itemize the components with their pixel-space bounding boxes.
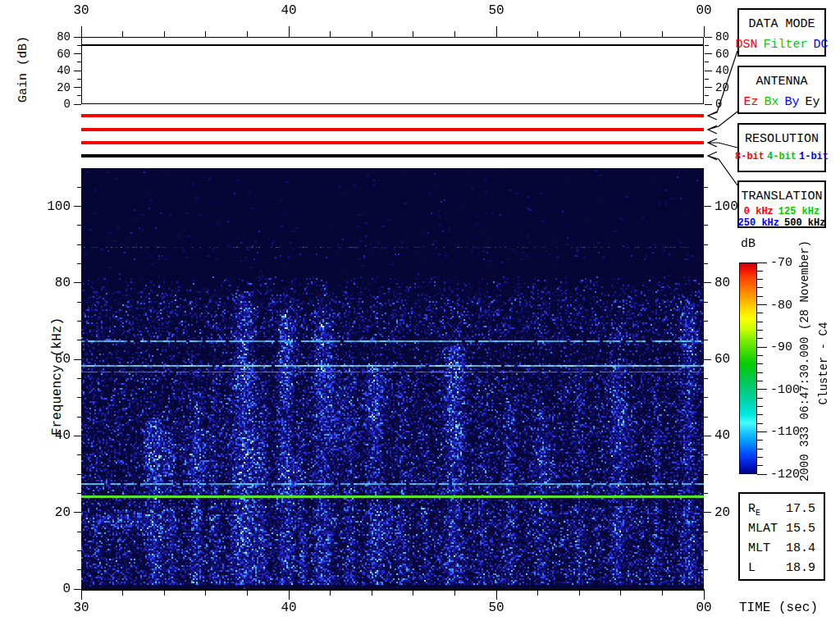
axis-tick <box>757 330 763 331</box>
axis-tick <box>74 359 81 360</box>
antenna-title: ANTENNA <box>739 75 824 89</box>
timestamp-vertical-label: 2000 333 06:47:30.000 (28 November) <box>798 238 811 484</box>
axis-tick <box>74 589 81 590</box>
axis-tick <box>77 187 81 188</box>
axis-tick <box>164 31 165 37</box>
axis-tick <box>757 465 763 466</box>
time-tick-label-bottom: 40 <box>276 600 302 615</box>
time-axis-title: TIME (sec) <box>739 600 818 615</box>
axis-tick <box>705 79 709 80</box>
axis-tick <box>704 244 708 245</box>
axis-tick <box>247 590 248 596</box>
axis-tick <box>620 31 621 37</box>
axis-tick <box>77 378 81 379</box>
axis-tick <box>81 590 82 600</box>
time-axis-line <box>81 589 705 591</box>
axis-tick <box>537 590 538 596</box>
freq-tick-label-left: 20 <box>41 505 71 520</box>
time-tick-label-bottom: 00 <box>691 600 717 615</box>
axis-tick <box>757 347 767 348</box>
axis-tick <box>372 31 372 37</box>
axis-tick <box>164 590 165 596</box>
ephemeris-row-re: RE 17.5 <box>740 502 824 522</box>
axis-tick <box>74 87 81 88</box>
axis-tick <box>662 31 663 37</box>
data-mode-options: DSNFilterDC <box>739 38 824 52</box>
axis-tick <box>74 37 81 38</box>
axis-tick <box>77 532 81 532</box>
axis-tick <box>704 263 708 264</box>
axis-tick <box>77 340 81 340</box>
axis-tick <box>704 397 708 398</box>
colorbar-tick-label: -90 <box>770 340 805 354</box>
axis-tick <box>77 550 81 551</box>
axis-tick <box>757 398 763 399</box>
spectrogram-canvas <box>81 168 704 589</box>
gain-tick-label-left: 80 <box>44 30 71 43</box>
axis-tick <box>704 454 708 455</box>
gain-tick-label-right: 0 <box>715 98 742 111</box>
axis-tick <box>77 95 81 96</box>
gain-tick-label-left: 60 <box>44 48 71 61</box>
option-dc: DC <box>814 38 829 52</box>
axis-tick <box>579 31 580 37</box>
axis-tick <box>705 37 712 38</box>
status-bar-antenna <box>81 128 704 131</box>
axis-tick <box>757 389 767 390</box>
time-tick-label-top: 40 <box>276 3 302 18</box>
axis-tick <box>704 436 711 436</box>
axis-tick <box>496 590 497 600</box>
option-bx: Bx <box>764 95 778 109</box>
axis-tick <box>579 590 580 596</box>
axis-tick <box>77 302 81 303</box>
axis-tick <box>757 271 763 272</box>
axis-tick <box>81 26 82 37</box>
resolution-box: RESOLUTION 8-bit4-bit1-bit <box>737 123 826 172</box>
translation-title: TRANSLATION <box>739 189 824 203</box>
axis-tick <box>757 474 767 475</box>
ephemeris-value: 17.5 <box>786 502 815 522</box>
axis-tick <box>704 359 711 360</box>
axis-tick <box>704 378 708 379</box>
freq-tick-label-left: 80 <box>41 276 71 290</box>
axis-tick <box>705 62 709 62</box>
axis-tick <box>757 287 763 288</box>
axis-tick <box>496 26 497 37</box>
axis-tick <box>77 321 81 322</box>
axis-tick <box>705 87 712 88</box>
freq-tick-label-right: 20 <box>714 505 747 520</box>
axis-tick <box>704 474 708 475</box>
axis-tick <box>77 493 81 494</box>
axis-tick <box>74 436 81 436</box>
colorbar-tick-label: -100 <box>770 383 805 397</box>
axis-tick <box>330 31 331 37</box>
time-tick-label-top: 30 <box>68 3 94 18</box>
spacecraft-vertical-label: Cluster - C4 <box>817 240 830 486</box>
translation-row: 250 kHz500 kHz <box>739 217 824 229</box>
connector-arrow-translation <box>708 152 737 185</box>
antenna-options: EzBxByEy <box>739 95 824 109</box>
colorbar-tick-label: -110 <box>770 425 805 439</box>
axis-tick <box>704 569 708 570</box>
gain-panel-frame <box>81 37 704 104</box>
axis-tick <box>704 340 708 340</box>
axis-tick <box>330 590 331 596</box>
resolution-options: 8-bit4-bit1-bit <box>739 151 824 162</box>
axis-tick <box>122 31 123 37</box>
data-mode-title: DATA MODE <box>739 17 824 31</box>
axis-tick <box>757 440 763 441</box>
axis-tick <box>705 104 712 105</box>
axis-tick <box>757 262 767 263</box>
data-mode-box: DATA MODE DSNFilterDC <box>737 8 826 57</box>
freq-tick-label-right: 80 <box>714 276 747 290</box>
freq-tick-label-left: 0 <box>41 582 71 596</box>
axis-tick <box>77 569 81 570</box>
axis-tick <box>122 590 123 596</box>
axis-tick <box>454 31 455 37</box>
option-1-bit: 1-bit <box>799 151 829 162</box>
option-ez: Ez <box>743 95 758 109</box>
axis-tick <box>74 104 81 105</box>
axis-tick <box>74 71 81 71</box>
freq-tick-label-left: 60 <box>41 352 71 367</box>
freq-tick-label-right: 40 <box>714 428 747 443</box>
